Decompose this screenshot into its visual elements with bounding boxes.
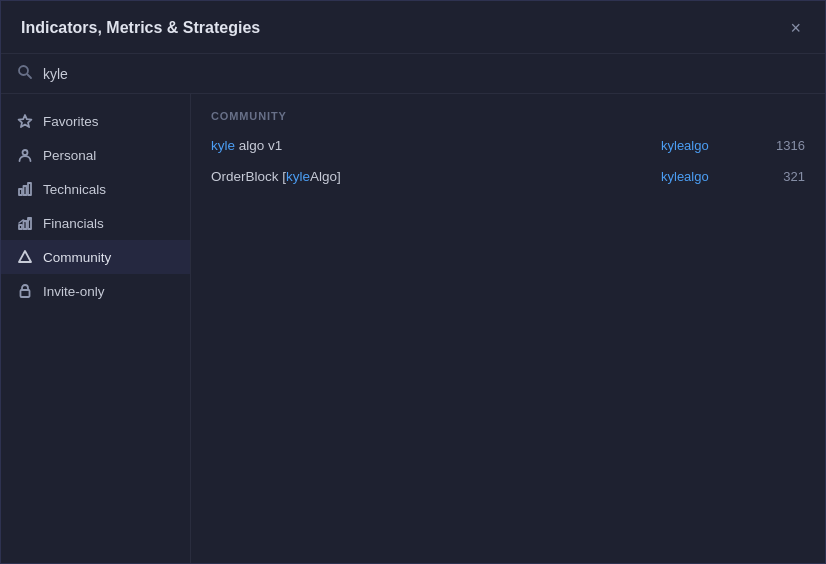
- user-icon: [17, 147, 33, 163]
- sidebar-item-community[interactable]: Community: [1, 240, 190, 274]
- result-name-2: OrderBlock [kyleAlgo]: [211, 169, 661, 184]
- modal-header: Indicators, Metrics & Strategies ×: [1, 1, 825, 54]
- bar-chart-icon: [17, 181, 33, 197]
- svg-rect-11: [21, 290, 30, 297]
- sidebar-item-personal[interactable]: Personal: [1, 138, 190, 172]
- search-input[interactable]: [43, 66, 809, 82]
- main-content: COMMUNITY kyle algo v1 kylealgo 1316 Ord…: [191, 94, 825, 563]
- result-row[interactable]: kyle algo v1 kylealgo 1316: [211, 130, 805, 161]
- search-icon: [17, 64, 33, 83]
- financials-icon: [17, 215, 33, 231]
- svg-rect-7: [19, 225, 22, 229]
- community-icon: [17, 249, 33, 265]
- search-svg: [17, 64, 33, 80]
- sidebar-item-financials[interactable]: Financials: [1, 206, 190, 240]
- sidebar-item-favorites[interactable]: Favorites: [1, 104, 190, 138]
- svg-marker-2: [19, 115, 32, 127]
- result-author-1[interactable]: kylealgo: [661, 138, 741, 153]
- svg-point-3: [23, 150, 28, 155]
- svg-point-0: [19, 66, 28, 75]
- result-count-2: 321: [765, 169, 805, 184]
- sidebar-label-technicals: Technicals: [43, 182, 106, 197]
- sidebar-label-invite-only: Invite-only: [43, 284, 105, 299]
- sidebar-label-financials: Financials: [43, 216, 104, 231]
- result-count-1: 1316: [765, 138, 805, 153]
- body: Favorites Personal Technicals Financials: [1, 94, 825, 563]
- sidebar-label-favorites: Favorites: [43, 114, 99, 129]
- sidebar-item-technicals[interactable]: Technicals: [1, 172, 190, 206]
- svg-marker-10: [19, 251, 31, 262]
- result-name-1: kyle algo v1: [211, 138, 661, 153]
- sidebar-label-personal: Personal: [43, 148, 96, 163]
- result-author-2[interactable]: kylealgo: [661, 169, 741, 184]
- sidebar-label-community: Community: [43, 250, 111, 265]
- result-highlight-1: kyle: [211, 138, 235, 153]
- star-icon: [17, 113, 33, 129]
- close-button[interactable]: ×: [786, 17, 805, 39]
- sidebar-item-invite-only[interactable]: Invite-only: [1, 274, 190, 308]
- svg-rect-5: [24, 186, 27, 195]
- result-row[interactable]: OrderBlock [kyleAlgo] kylealgo 321: [211, 161, 805, 192]
- section-label: COMMUNITY: [211, 110, 805, 122]
- svg-line-1: [28, 75, 32, 79]
- lock-icon: [17, 283, 33, 299]
- search-bar: [1, 54, 825, 94]
- modal-title: Indicators, Metrics & Strategies: [21, 19, 260, 37]
- result-highlight-2: kyle: [286, 169, 310, 184]
- modal: Indicators, Metrics & Strategies × Favor…: [0, 0, 826, 564]
- svg-rect-6: [28, 183, 31, 195]
- sidebar: Favorites Personal Technicals Financials: [1, 94, 191, 563]
- svg-rect-4: [19, 189, 22, 195]
